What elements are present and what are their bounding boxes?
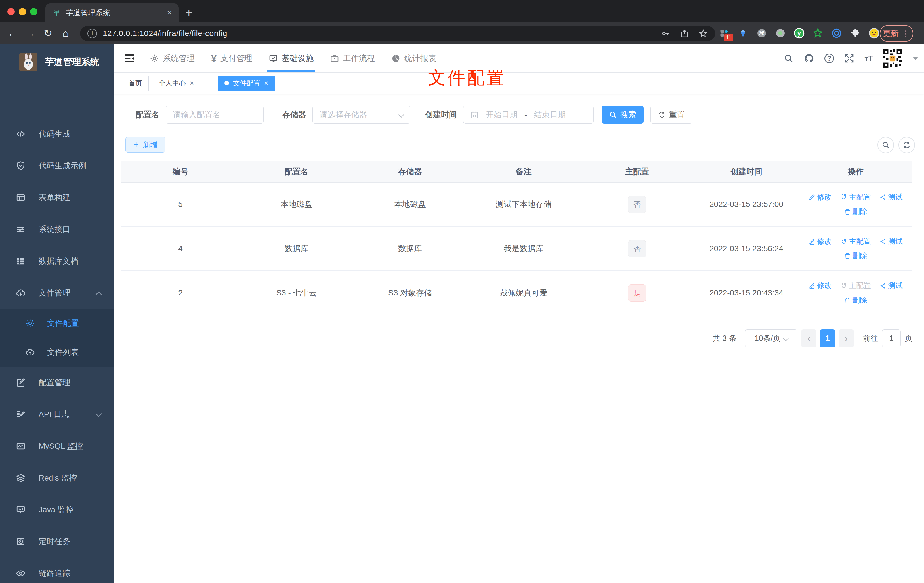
avatar-caret-down-icon[interactable] [912, 57, 918, 60]
delete-link[interactable]: 删除 [844, 295, 867, 305]
window-close-button[interactable] [7, 8, 15, 15]
page-size-select[interactable]: 10条/页 [745, 329, 797, 347]
sidebar-item-tracing[interactable]: 链路追踪 [0, 557, 114, 583]
nav-workflow[interactable]: 工作流程 [330, 44, 375, 73]
tag-label: 首页 [129, 79, 142, 88]
master-link[interactable]: 主配置 [840, 192, 871, 202]
sidebar-item-system-api[interactable]: 系统接口 [0, 213, 114, 245]
edit-link[interactable]: 修改 [808, 192, 832, 202]
user-avatar[interactable] [883, 48, 903, 68]
table-search-toggle-button[interactable] [878, 137, 894, 153]
browser-tab[interactable]: 芋道管理系统 × [45, 3, 179, 22]
extension-command-icon[interactable]: ⌘ [756, 28, 767, 39]
extension-tabs-icon[interactable]: 11 [719, 28, 730, 39]
storage-select[interactable]: 请选择存储器 [312, 106, 410, 124]
test-link[interactable]: 测试 [879, 236, 903, 246]
test-link[interactable]: 测试 [879, 192, 903, 202]
sidebar-item-file-list[interactable]: 文件列表 [0, 338, 114, 367]
extension-puzzle-icon[interactable] [850, 28, 861, 39]
delete-link[interactable]: 删除 [844, 251, 867, 261]
reload-icon[interactable]: ↻ [39, 27, 57, 39]
sidebar-item-file-management[interactable]: 文件管理 [0, 277, 114, 309]
sidebar-item-form-builder[interactable]: 表单构建 [0, 182, 114, 213]
extension-eye-icon[interactable] [831, 28, 842, 39]
extension-dot-icon[interactable] [775, 28, 786, 39]
browser-menu-dots-icon[interactable]: ⋮ [902, 29, 910, 39]
tag-file-config[interactable]: 文件配置× [218, 76, 275, 91]
current-page-number: 1 [825, 334, 830, 343]
sidebar-item-code-demo[interactable]: 代码生成示例 [0, 150, 114, 182]
sidebar-item-scheduled-jobs[interactable]: 定时任务 [0, 526, 114, 557]
sidebar-item-mysql-monitor[interactable]: MySQL 监控 [0, 430, 114, 462]
tab-close-icon[interactable]: × [167, 8, 172, 17]
sidebar-collapse-icon[interactable] [123, 53, 136, 64]
home-icon[interactable]: ⌂ [57, 27, 74, 39]
edit-link[interactable]: 修改 [808, 281, 832, 291]
cell-name: S3 - 七牛云 [240, 287, 353, 298]
edit-label: 修改 [817, 236, 832, 246]
url-bar[interactable]: i 127.0.0.1:1024/infra/file/file-config [80, 26, 715, 41]
date-range-picker[interactable]: 开始日期 - 结束日期 [463, 106, 594, 124]
chart-line-icon [16, 441, 26, 451]
tag-profile[interactable]: 个人中心× [152, 76, 200, 91]
sidebar-item-code-gen[interactable]: 代码生成 [0, 118, 114, 150]
sidebar-item-db-doc[interactable]: 数据库文档 [0, 245, 114, 277]
sidebar-item-redis-monitor[interactable]: Redis 监控 [0, 462, 114, 494]
sidebar-menu: 代码生成 代码生成示例 表单构建 系统接口 数据库文档 文件管理 文件配置 文件… [0, 118, 114, 583]
test-link[interactable]: 测试 [879, 281, 903, 291]
chevron-down-icon [398, 112, 404, 117]
github-icon[interactable] [804, 53, 814, 64]
back-icon[interactable]: ← [4, 27, 21, 39]
config-name-input[interactable] [166, 106, 264, 124]
table-refresh-button[interactable] [898, 137, 915, 153]
site-info-icon[interactable]: i [87, 29, 97, 38]
config-name-input-field[interactable] [173, 110, 257, 119]
new-tab-button[interactable]: + [186, 7, 192, 18]
cell-actions: 修改 主配置 测试 删除 [799, 192, 912, 216]
tag-home[interactable]: 首页 [122, 76, 149, 91]
cloud-upload-icon [26, 348, 35, 357]
goto-page-input[interactable] [882, 329, 901, 347]
sidebar-item-config-management[interactable]: 配置管理 [0, 367, 114, 398]
sidebar-item-java-monitor[interactable]: Java 监控 [0, 494, 114, 526]
tag-close-icon[interactable]: × [190, 79, 194, 87]
shield-check-icon [16, 161, 26, 170]
extension-y-icon[interactable]: y [794, 28, 805, 39]
delete-link[interactable]: 删除 [844, 206, 867, 216]
sidebar-item-label: Redis 监控 [39, 472, 77, 483]
search-icon[interactable] [784, 53, 794, 64]
bookmark-star-icon[interactable] [699, 29, 708, 38]
tag-close-icon[interactable]: × [264, 79, 268, 87]
nav-payment-management[interactable]: ¥支付管理 [211, 44, 252, 73]
extension-gem-icon[interactable] [737, 28, 749, 39]
cloud-download-icon [16, 288, 26, 298]
edit-link[interactable]: 修改 [808, 236, 832, 246]
col-header-actions: 操作 [799, 166, 912, 177]
next-page-button[interactable]: › [839, 329, 854, 347]
page-size-value: 10条/页 [754, 333, 781, 344]
font-size-icon[interactable]: TT [865, 54, 872, 63]
add-button[interactable]: 新增 [125, 137, 165, 153]
browser-update-button[interactable]: 更新 ⋮ [880, 25, 913, 42]
sidebar-logo-row[interactable]: 芋道管理系统 [0, 44, 114, 74]
col-header-created: 创建时间 [694, 166, 799, 177]
forward-icon[interactable]: → [21, 27, 39, 39]
sidebar-item-file-config[interactable]: 文件配置 [0, 309, 114, 338]
window-minimize-button[interactable] [19, 8, 26, 15]
prev-page-button[interactable]: ‹ [802, 329, 816, 347]
master-link[interactable]: 主配置 [840, 236, 871, 246]
red-annotation-text: 文件配置 [428, 66, 506, 90]
reset-button[interactable]: 重置 [650, 106, 693, 124]
share-icon[interactable] [680, 29, 689, 38]
extension-emoji-icon[interactable] [868, 28, 880, 39]
extension-star-icon[interactable] [812, 28, 823, 39]
password-key-icon[interactable] [661, 29, 670, 38]
fullscreen-icon[interactable] [844, 53, 855, 64]
window-zoom-button[interactable] [30, 8, 38, 15]
nav-system-management[interactable]: 系统管理 [150, 44, 195, 73]
current-page-button[interactable]: 1 [820, 329, 835, 347]
sidebar-item-api-log[interactable]: API 日志 [0, 398, 114, 430]
help-icon[interactable]: ? [824, 54, 834, 63]
nav-infrastructure[interactable]: 基础设施 [269, 44, 314, 73]
search-button[interactable]: 搜索 [602, 106, 644, 124]
